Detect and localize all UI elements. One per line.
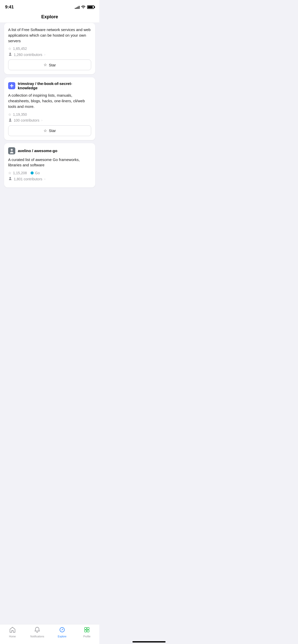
contributors-stat-1[interactable]: 100 contributors › — [8, 118, 91, 123]
partial-star-button-icon: ☆ — [44, 63, 47, 67]
contributors-count-2: 1,801 contributors — [14, 177, 42, 181]
person-icon — [8, 52, 12, 57]
repo-card-book-of-secret-knowledge: trimstray / the-book-of-secret-knowledge… — [4, 77, 95, 140]
contributors-chevron-2: › — [44, 177, 45, 181]
repo-description-2: A curated list of awesome Go frameworks,… — [8, 157, 91, 168]
repo-description-1: A collection of inspiring lists, manuals… — [8, 93, 91, 109]
repo-card-awesome-go: avelino / awesome-go A curated list of a… — [4, 143, 95, 188]
language-dot-2 — [31, 171, 34, 174]
star-icon: ☆ — [8, 47, 11, 51]
language-label-2: Go — [35, 171, 40, 175]
stars-count-2: 1,15,208 — [13, 171, 27, 175]
repo-separator-2: / — [32, 149, 34, 153]
repo-name-1[interactable]: trimstray / the-book-of-secret-knowledge — [18, 81, 91, 90]
repo-header-2: avelino / awesome-go — [8, 147, 91, 154]
contributors-chevron: › — [44, 53, 45, 56]
star-button-1[interactable]: ☆ Star — [8, 125, 91, 136]
stars-stat-2: ☆ 1,15,208 Go — [8, 171, 91, 175]
repo-name-2[interactable]: avelino / awesome-go — [18, 149, 57, 153]
partial-repo-card: A list of Free Software network services… — [4, 23, 95, 74]
signal-icon — [75, 5, 79, 9]
partial-repo-description: A list of Free Software network services… — [8, 27, 91, 43]
trimstray-avatar — [8, 82, 15, 89]
star-icon-2: ☆ — [8, 171, 11, 175]
avelino-avatar — [8, 147, 15, 154]
star-button-label-1: Star — [49, 128, 56, 133]
partial-contributors-count: 1,260 contributors — [14, 53, 42, 57]
person-icon-1 — [8, 118, 12, 123]
battery-icon — [87, 5, 94, 9]
content-area: A list of Free Software network services… — [0, 23, 99, 213]
partial-stars-count: 1,65,452 — [13, 47, 27, 51]
repo-header-1: trimstray / the-book-of-secret-knowledge — [8, 81, 91, 90]
person-icon-2 — [8, 177, 12, 181]
wifi-icon — [81, 5, 86, 9]
repo-stats-1: ☆ 1,19,350 100 contributors › — [8, 112, 91, 123]
partial-star-button[interactable]: ☆ Star — [8, 60, 91, 70]
status-bar: 9:41 — [0, 0, 99, 12]
status-icons — [75, 5, 94, 9]
partial-repo-stats: ☆ 1,65,452 1,260 contributors › — [8, 47, 91, 57]
page-title: Explore — [41, 14, 58, 19]
page-header: Explore — [0, 12, 99, 23]
status-time: 9:41 — [5, 5, 14, 10]
repo-owner-1: trimstray — [18, 81, 34, 86]
stars-stat-1: ☆ 1,19,350 — [8, 112, 91, 116]
partial-star-button-label: Star — [49, 63, 56, 67]
repo-owner-2: avelino — [18, 149, 31, 153]
stars-count-1: 1,19,350 — [13, 112, 27, 116]
star-icon-1: ☆ — [8, 112, 11, 116]
star-button-icon-1: ☆ — [44, 128, 47, 133]
svg-rect-1 — [10, 85, 13, 86]
partial-contributors-stat[interactable]: 1,260 contributors › — [8, 52, 91, 57]
repo-stats-2: ☆ 1,15,208 Go 1,801 contributors › — [8, 171, 91, 181]
contributors-stat-2[interactable]: 1,801 contributors › — [8, 177, 91, 181]
contributors-chevron-1: › — [41, 119, 42, 122]
repo-repo-2: awesome-go — [34, 149, 57, 153]
partial-stars-stat: ☆ 1,65,452 — [8, 47, 91, 51]
contributors-count-1: 100 contributors — [14, 118, 39, 122]
